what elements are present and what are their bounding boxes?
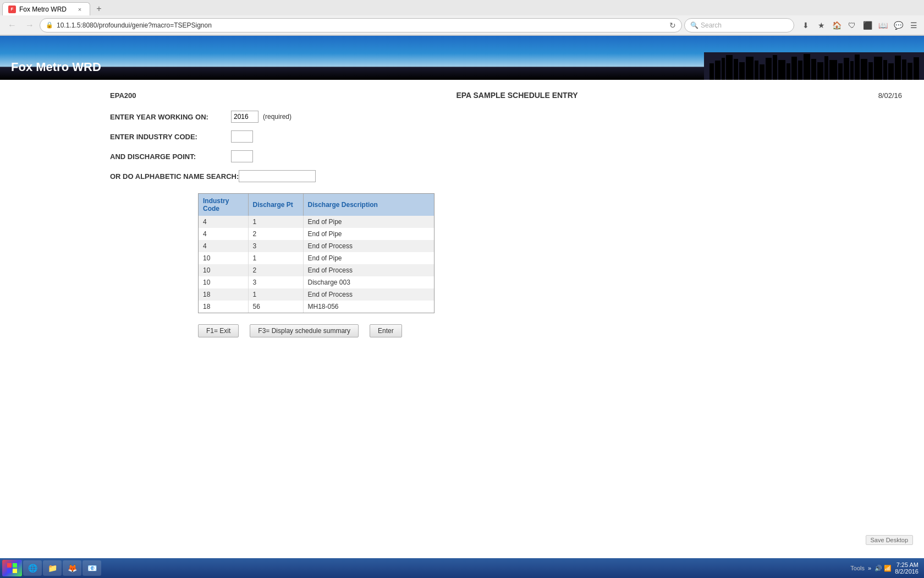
svg-rect-19 <box>824 56 828 80</box>
download-icon[interactable]: ⬇ <box>800 19 812 31</box>
discharge-pt-cell: 1 <box>248 252 303 264</box>
exit-button[interactable]: F1= Exit <box>198 324 239 337</box>
menu-icon[interactable]: ☰ <box>908 19 920 31</box>
name-search-row: OR DO ALPHABETIC NAME SEARCH: <box>22 170 902 182</box>
reader-icon[interactable]: 📖 <box>877 19 889 31</box>
name-search-input[interactable] <box>239 170 316 182</box>
tab-close-button[interactable]: × <box>75 5 84 14</box>
svg-rect-6 <box>739 62 745 80</box>
year-row: ENTER YEAR WORKING ON: (required) <box>22 111 902 123</box>
svg-rect-20 <box>829 60 837 80</box>
table-row[interactable]: 4 3 End of Process <box>199 240 434 252</box>
name-search-label: OR DO ALPHABETIC NAME SEARCH: <box>110 172 239 181</box>
industry-code-col-header: IndustryCode <box>199 194 248 216</box>
table-row[interactable]: 18 56 MH18-056 <box>199 301 434 313</box>
svg-rect-21 <box>838 63 843 80</box>
svg-rect-1 <box>710 63 714 80</box>
svg-rect-26 <box>868 62 873 80</box>
discharge-point-input[interactable] <box>231 150 253 162</box>
discharge-pt-col-header: Discharge Pt <box>248 194 303 216</box>
table-row[interactable]: 10 3 Discharge 003 <box>199 276 434 288</box>
svg-rect-33 <box>914 57 919 80</box>
industry-code-cell: 10 <box>199 252 248 264</box>
description-cell: End of Pipe <box>303 228 434 240</box>
nav-bar: ← → 🔒 10.1.1.5:8080/profoundui/genie?mac… <box>0 15 924 35</box>
table-header-row: IndustryCode Discharge Pt Discharge Desc… <box>199 194 434 216</box>
industry-code-cell: 4 <box>199 216 248 228</box>
svg-rect-31 <box>902 59 906 80</box>
app-title: Fox Metro WRD <box>11 60 101 74</box>
buttons-row: F1= Exit F3= Display schedule summary En… <box>22 324 902 337</box>
search-icon: 🔍 <box>690 21 698 29</box>
search-bar[interactable]: 🔍 Search <box>684 18 794 32</box>
description-cell: MH18-056 <box>303 301 434 313</box>
data-table-body: 4 1 End of Pipe 4 2 End of Pipe 4 3 End … <box>199 216 434 313</box>
table-row[interactable]: 10 1 End of Pipe <box>199 252 434 264</box>
address-bar[interactable]: 🔒 10.1.1.5:8080/profoundui/genie?macro=T… <box>40 18 682 32</box>
back-button[interactable]: ← <box>4 18 20 33</box>
svg-rect-16 <box>804 54 810 80</box>
toolbar-icons: ⬇ ★ 🏠 🛡 ⬛ 📖 💬 ☰ <box>800 19 920 31</box>
svg-rect-7 <box>746 57 754 80</box>
discharge-pt-cell: 56 <box>248 301 303 313</box>
industry-code-cell: 10 <box>199 264 248 276</box>
svg-rect-23 <box>850 61 854 80</box>
svg-rect-11 <box>773 55 777 80</box>
industry-code-cell: 4 <box>199 228 248 240</box>
shield-icon[interactable]: 🛡 <box>846 19 858 31</box>
svg-rect-28 <box>883 60 887 80</box>
industry-label: ENTER INDUSTRY CODE: <box>110 133 231 141</box>
discharge-label: AND DISCHARGE POINT: <box>110 152 231 161</box>
tab-favicon: F <box>8 6 16 13</box>
table-row[interactable]: 4 2 End of Pipe <box>199 228 434 240</box>
security-icon: 🔒 <box>46 21 53 29</box>
discharge-pt-cell: 2 <box>248 228 303 240</box>
url-text: 10.1.1.5:8080/profoundui/genie?macro=TSE… <box>57 21 666 29</box>
year-label: ENTER YEAR WORKING ON: <box>110 113 231 121</box>
discharge-row: AND DISCHARGE POINT: <box>22 150 902 162</box>
svg-rect-2 <box>715 61 721 80</box>
description-cell: Discharge 003 <box>303 276 434 288</box>
svg-rect-27 <box>874 57 882 80</box>
table-row[interactable]: 4 1 End of Pipe <box>199 216 434 228</box>
tab-strip: F Fox Metro WRD × + <box>0 0 924 15</box>
form-date: 8/02/16 <box>858 91 902 100</box>
svg-rect-15 <box>798 61 802 80</box>
industry-code-input[interactable] <box>231 130 253 143</box>
description-cell: End of Process <box>303 240 434 252</box>
svg-rect-29 <box>888 63 894 80</box>
refresh-button[interactable]: ↻ <box>669 21 676 30</box>
pocket-icon[interactable]: ⬛ <box>861 19 873 31</box>
skyline-decoration <box>704 52 924 80</box>
forward-button[interactable]: → <box>22 18 37 33</box>
data-table-container: IndustryCode Discharge Pt Discharge Desc… <box>198 193 435 313</box>
svg-rect-12 <box>778 60 785 80</box>
tab-label: Fox Metro WRD <box>19 6 67 13</box>
new-tab-button[interactable]: + <box>92 2 106 15</box>
svg-rect-22 <box>844 58 849 80</box>
description-cell: End of Pipe <box>303 252 434 264</box>
table-row[interactable]: 10 2 End of Process <box>199 264 434 276</box>
active-tab[interactable]: F Fox Metro WRD × <box>2 2 90 15</box>
enter-button[interactable]: Enter <box>370 324 402 337</box>
discharge-pt-cell: 3 <box>248 276 303 288</box>
table-row[interactable]: 18 1 End of Process <box>199 288 434 301</box>
discharge-pt-cell: 3 <box>248 240 303 252</box>
svg-rect-32 <box>908 63 912 80</box>
table-scroll-area[interactable]: 4 1 End of Pipe 4 2 End of Pipe 4 3 End … <box>199 216 434 313</box>
form-title: EPA SAMPLE SCHEDULE ENTRY <box>176 91 858 100</box>
svg-rect-25 <box>861 59 867 80</box>
schedule-button[interactable]: F3= Display schedule summary <box>250 324 359 337</box>
browser-chrome: F Fox Metro WRD × + ← → 🔒 10.1.1.5:8080/… <box>0 0 924 36</box>
svg-rect-13 <box>787 63 790 80</box>
svg-rect-14 <box>791 57 797 80</box>
bookmark-icon[interactable]: ★ <box>815 19 827 31</box>
industry-code-cell: 18 <box>199 301 248 313</box>
svg-rect-24 <box>855 54 860 80</box>
chat-icon[interactable]: 💬 <box>892 19 904 31</box>
year-input[interactable] <box>231 111 258 123</box>
industry-code-cell: 4 <box>199 240 248 252</box>
description-cell: End of Pipe <box>303 216 434 228</box>
home-icon[interactable]: 🏠 <box>831 19 843 31</box>
industry-code-cell: 18 <box>199 288 248 301</box>
